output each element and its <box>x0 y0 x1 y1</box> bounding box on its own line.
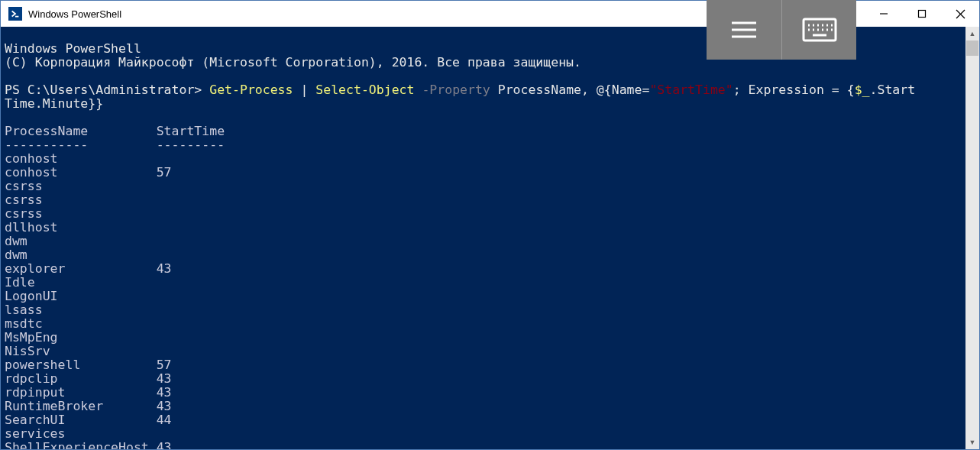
table-rows: conhostconhost57csrsscsrsscsrssdllhostdw… <box>5 152 975 449</box>
hamburger-menu-button[interactable] <box>707 0 781 60</box>
vertical-scrollbar[interactable]: ▲ ▼ <box>965 27 979 449</box>
cell-processname: NisSrv <box>5 345 157 358</box>
column-sep-processname: ----------- <box>5 138 157 152</box>
table-row: msdtc <box>5 317 975 331</box>
table-row: services <box>5 427 975 441</box>
cell-processname: explorer <box>5 262 157 276</box>
column-header-processname: ProcessName <box>5 125 157 138</box>
table-row: SearchUI44 <box>5 413 975 427</box>
cell-starttime: 57 <box>157 166 172 180</box>
cmd-property-param: -Property <box>422 83 490 97</box>
terminal-output[interactable]: Windows PowerShell (C) Корпорация Майкро… <box>1 27 979 449</box>
table-row: explorer43 <box>5 262 975 276</box>
table-row: rdpinput43 <box>5 386 975 400</box>
window-controls <box>865 1 979 27</box>
table-row: conhost57 <box>5 166 975 180</box>
table-row: lsass <box>5 303 975 317</box>
cell-processname: powershell <box>5 358 157 372</box>
cell-starttime: 43 <box>157 441 172 449</box>
cmd-space <box>490 83 498 97</box>
table-row: RuntimeBroker43 <box>5 400 975 413</box>
cell-processname: ShellExperienceHost <box>5 441 157 449</box>
column-sep-starttime: --------- <box>157 138 225 152</box>
cell-processname: lsass <box>5 303 157 317</box>
cmd-dollar-underscore: $_ <box>855 83 870 97</box>
cell-processname: conhost <box>5 166 157 180</box>
cmd-selectobject: Select-Object <box>315 83 414 97</box>
table-row: dllhost <box>5 221 975 235</box>
minimize-button[interactable] <box>865 1 903 27</box>
keyboard-icon-button[interactable] <box>781 0 856 60</box>
scrollbar-thumb[interactable] <box>966 40 978 56</box>
cell-processname: dllhost <box>5 221 157 235</box>
cell-starttime: 57 <box>157 358 172 372</box>
svg-rect-1 <box>919 11 926 18</box>
table-row: dwm <box>5 235 975 248</box>
scrollbar-down-button[interactable]: ▼ <box>965 435 979 449</box>
table-row: NisSrv <box>5 345 975 358</box>
powershell-window: Windows PowerShell Windows Po <box>0 0 980 450</box>
scrollbar-track[interactable] <box>965 40 979 435</box>
cell-processname: SearchUI <box>5 413 157 427</box>
window-title: Windows PowerShell <box>28 8 121 20</box>
terminal-header-line2: (C) Корпорация Майкрософт (Microsoft Cor… <box>5 55 581 70</box>
table-header-separator: -------------------- <box>5 138 975 152</box>
cell-processname: csrss <box>5 193 157 207</box>
cmd-starttime-string: "StartTime" <box>649 83 733 97</box>
cell-processname: services <box>5 427 157 441</box>
cell-processname: MsMpEng <box>5 331 157 345</box>
cell-starttime: 43 <box>157 386 172 400</box>
table-row: LogonUI <box>5 290 975 303</box>
cell-processname: rdpclip <box>5 372 157 386</box>
scrollbar-up-button[interactable]: ▲ <box>965 27 979 40</box>
cmd-space <box>414 83 422 97</box>
table-row: ShellExperienceHost43 <box>5 441 975 449</box>
table-row: conhost <box>5 152 975 166</box>
terminal-prompt: PS C:\Users\Administrator> <box>5 83 209 97</box>
table-row: rdpclip43 <box>5 372 975 386</box>
cell-processname: dwm <box>5 235 157 248</box>
cell-starttime: 43 <box>157 400 172 413</box>
cmd-args-part3: .Start <box>870 83 916 97</box>
cell-processname: rdpinput <box>5 386 157 400</box>
cmd-args-part1: ProcessName, @{Name= <box>498 83 650 97</box>
table-row: csrss <box>5 207 975 221</box>
terminal-header-line1: Windows PowerShell <box>5 41 141 56</box>
cell-processname: Idle <box>5 276 157 290</box>
table-row: csrss <box>5 180 975 193</box>
table-row: Idle <box>5 276 975 290</box>
cell-processname: csrss <box>5 180 157 193</box>
table-header-row: ProcessNameStartTime <box>5 125 975 138</box>
column-header-starttime: StartTime <box>157 125 225 138</box>
cell-starttime: 43 <box>157 262 172 276</box>
cmd-line2: Time.Minute}} <box>5 96 103 111</box>
cmd-args-part2: ; Expression = { <box>733 83 855 97</box>
cell-processname: LogonUI <box>5 290 157 303</box>
close-button[interactable] <box>941 1 979 27</box>
cell-processname: RuntimeBroker <box>5 400 157 413</box>
cell-starttime: 43 <box>157 372 172 386</box>
cell-processname: dwm <box>5 248 157 262</box>
table-row: powershell57 <box>5 358 975 372</box>
cmd-pipe: | <box>293 83 316 97</box>
table-row: dwm <box>5 248 975 262</box>
powershell-icon <box>8 7 22 21</box>
cell-processname: csrss <box>5 207 157 221</box>
maximize-button[interactable] <box>903 1 941 27</box>
cell-starttime: 44 <box>157 413 172 427</box>
cell-processname: conhost <box>5 152 157 166</box>
table-row: csrss <box>5 193 975 207</box>
table-row: MsMpEng <box>5 331 975 345</box>
overlay-toolbar <box>707 0 856 60</box>
cmd-getprocess: Get-Process <box>209 83 293 97</box>
cell-processname: msdtc <box>5 317 157 331</box>
